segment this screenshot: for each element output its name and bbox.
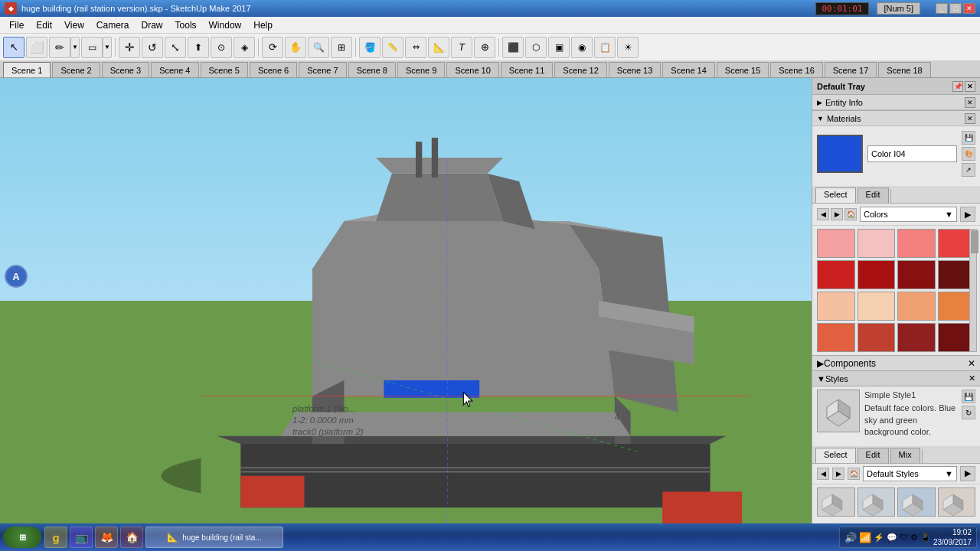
scene-tab-9[interactable]: Scene 9 (397, 62, 445, 77)
color-home-button[interactable]: 🏠 (844, 208, 857, 220)
style-update-button[interactable]: ↻ (962, 406, 975, 419)
menu-edit[interactable]: Edit (30, 18, 58, 32)
scene-tab-7[interactable]: Scene 7 (299, 62, 346, 77)
tray-icon-4[interactable]: 💬 (887, 533, 897, 543)
scale-tool[interactable]: ⤡ (165, 37, 186, 58)
tray-icon-6[interactable]: ⚙ (910, 533, 918, 543)
style-edit-tab[interactable]: Edit (858, 448, 889, 463)
material-sample-button[interactable]: 🎨 (962, 147, 975, 161)
minimize-button[interactable]: _ (936, 3, 948, 14)
pushpull-tool[interactable]: ⬆ (188, 37, 209, 58)
styles-close[interactable]: ✕ (969, 373, 975, 383)
pencil-tool[interactable]: ✏ (49, 37, 70, 58)
material-arrow-button[interactable]: ↗ (962, 163, 975, 177)
menu-file[interactable]: File (3, 18, 30, 32)
menu-draw[interactable]: Draw (136, 18, 169, 32)
style-select-tab[interactable]: Select (815, 448, 856, 463)
style-thumb-cell-1[interactable] (858, 487, 896, 517)
scene-tab-10[interactable]: Scene 10 (446, 62, 498, 77)
scene-tab-16[interactable]: Scene 16 (770, 62, 822, 77)
color-grid-scrollbar[interactable] (969, 229, 977, 352)
scene-tab-8[interactable]: Scene 8 (348, 62, 396, 77)
panel-pin-button[interactable]: 📌 (952, 81, 963, 92)
color-nav-right[interactable]: ▶ (960, 207, 975, 222)
scene-tab-17[interactable]: Scene 17 (825, 62, 877, 77)
style-save-button[interactable]: 💾 (962, 390, 975, 403)
scene-tab-14[interactable]: Scene 14 (662, 62, 714, 77)
entity-info-close[interactable]: ✕ (965, 97, 975, 108)
move-tool[interactable]: ✛ (119, 37, 140, 58)
material-name-box[interactable]: Color I04 (867, 145, 957, 162)
axes-tool[interactable]: ⊕ (474, 37, 495, 58)
scene-tab-1[interactable]: Scene 1 (3, 62, 51, 77)
style-forward-button[interactable]: ▶ (832, 468, 844, 480)
entity-info-header[interactable]: ▶ Entity Info ✕ (812, 95, 980, 110)
scene-tab-3[interactable]: Scene 3 (102, 62, 149, 77)
shape-tool[interactable]: ▭ (81, 37, 103, 58)
color-cell-1[interactable] (858, 229, 896, 258)
text-tool[interactable]: T (451, 37, 472, 58)
styles-tool[interactable]: ◉ (571, 37, 593, 58)
section-cut-tool[interactable]: ⬛ (502, 37, 524, 58)
tray-icon-1[interactable]: 🔊 (844, 532, 857, 543)
color-cell-6[interactable] (897, 260, 936, 289)
rotate-tool[interactable]: ↺ (142, 37, 163, 58)
color-cell-10[interactable] (897, 292, 936, 321)
paint-bucket-tool[interactable]: 🪣 (359, 37, 381, 58)
clock-display[interactable]: 19:02 23/09/2017 (933, 527, 972, 547)
scene-tab-12[interactable]: Scene 12 (554, 62, 606, 77)
scene-tab-5[interactable]: Scene 5 (201, 62, 248, 77)
menu-tools[interactable]: Tools (169, 18, 203, 32)
materials-close[interactable]: ✕ (965, 113, 975, 124)
tray-icon-2[interactable]: 📶 (859, 532, 871, 543)
color-cell-13[interactable] (858, 323, 896, 352)
menu-help[interactable]: Help (247, 18, 279, 32)
select-tool[interactable]: ↖ (3, 37, 24, 58)
panel-close-button[interactable]: ✕ (965, 81, 975, 92)
scene-tab-13[interactable]: Scene 13 (609, 62, 661, 77)
tray-icon-3[interactable]: ⚡ (874, 533, 884, 543)
dimensions-tool[interactable]: ⇔ (405, 37, 426, 58)
scene-tab-4[interactable]: Scene 4 (151, 62, 198, 77)
color-cell-0[interactable] (817, 229, 855, 258)
scene-tab-6[interactable]: Scene 6 (250, 62, 297, 77)
orbit-tool[interactable]: ⟳ (262, 37, 283, 58)
maximize-button[interactable]: □ (949, 3, 962, 14)
layers-tool[interactable]: 📋 (594, 37, 616, 58)
twitch-icon[interactable]: 📺 (70, 527, 93, 548)
fox-icon[interactable]: 🦊 (95, 527, 118, 548)
material-save-button[interactable]: 💾 (962, 131, 975, 145)
scrollbar-thumb[interactable] (971, 230, 978, 253)
pencil-arrow[interactable]: ▼ (70, 37, 80, 58)
color-cell-8[interactable] (817, 292, 855, 321)
style-thumb-cell-0[interactable] (817, 487, 855, 517)
tape-measure-tool[interactable]: 📏 (382, 37, 403, 58)
offset-tool[interactable]: ◈ (234, 37, 255, 58)
materials-tool[interactable]: ▣ (548, 37, 570, 58)
sketchup-logo-icon[interactable]: 🏠 (120, 527, 143, 548)
menu-camera[interactable]: Camera (90, 18, 136, 32)
style-mix-tab[interactable]: Mix (890, 448, 920, 463)
start-button[interactable]: ⊞ (3, 527, 41, 548)
components-close[interactable]: ✕ (968, 358, 975, 369)
menu-view[interactable]: View (58, 18, 90, 32)
style-home-button[interactable]: 🏠 (848, 468, 860, 480)
style-thumb-cell-3[interactable] (938, 487, 976, 517)
glyph-icon[interactable]: g (44, 527, 67, 548)
followme-tool[interactable]: ⊙ (211, 37, 232, 58)
tray-icon-7[interactable]: 📱 (920, 533, 931, 543)
components-tool[interactable]: ⬡ (525, 37, 547, 58)
zoom-extents-tool[interactable]: ⊞ (331, 37, 352, 58)
materials-header[interactable]: ▼ Materials ✕ (812, 111, 980, 126)
color-cell-9[interactable] (858, 292, 896, 321)
pan-tool[interactable]: ✋ (285, 37, 306, 58)
material-edit-tab[interactable]: Edit (858, 187, 889, 203)
active-app-button[interactable]: 📐 huge building (rail sta... (145, 527, 283, 548)
close-button[interactable]: ✕ (963, 3, 975, 14)
style-library-dropdown[interactable]: Default Styles ▼ (863, 466, 957, 481)
shadows-tool[interactable]: ☀ (617, 37, 639, 58)
color-cell-4[interactable] (817, 260, 855, 289)
components-section[interactable]: ▶ Components ✕ (812, 356, 980, 371)
color-cell-5[interactable] (858, 260, 896, 289)
material-select-tab[interactable]: Select (815, 187, 856, 203)
